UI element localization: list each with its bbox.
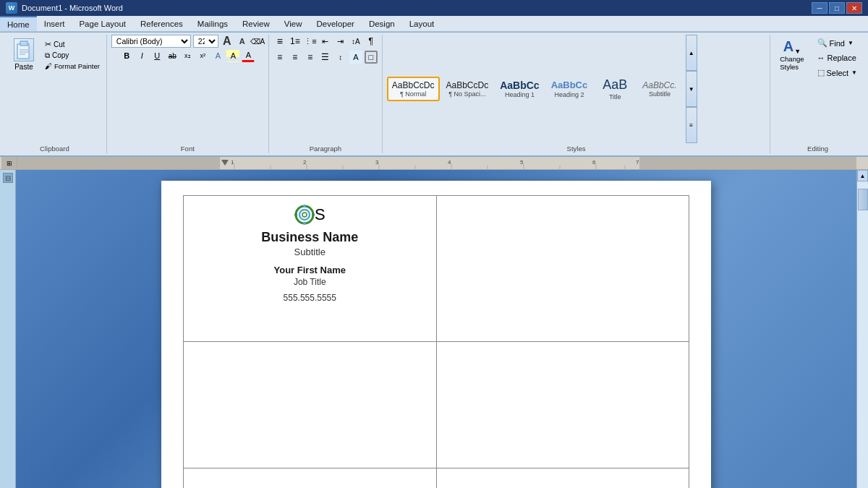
ribbon: Paste ✂ Cut ⧉ Copy 🖌 Format <box>0 32 868 157</box>
grow-font-button[interactable]: A <box>221 35 234 48</box>
find-button[interactable]: 🔍 Find ▼ <box>814 36 861 50</box>
card-cell-left-bottom[interactable] <box>184 468 437 488</box>
card-cell-right-middle[interactable] <box>436 341 689 468</box>
find-dropdown-icon: ▼ <box>848 40 854 46</box>
window-title: Document1 - Microsoft Word <box>22 4 812 12</box>
sidebar-left: ⊟ <box>0 170 16 488</box>
style-heading2-label: Heading 2 <box>554 91 584 98</box>
menu-page-layout[interactable]: Page Layout <box>72 16 133 31</box>
menu-bar: Home Insert Page Layout References Maili… <box>0 16 868 32</box>
menu-mailings[interactable]: Mailings <box>190 16 235 31</box>
close-button[interactable]: ✕ <box>846 2 862 14</box>
card-cell-left-middle[interactable] <box>184 341 437 468</box>
editing-group-label: Editing <box>807 143 828 153</box>
copy-button[interactable]: ⧉ Copy <box>43 51 102 61</box>
menu-view[interactable]: View <box>277 16 310 31</box>
vertical-scrollbar[interactable]: ▲ ▼ <box>856 170 868 488</box>
strikethrough-button[interactable]: ab <box>166 49 179 62</box>
numbering-button[interactable]: 1≡ <box>289 35 302 48</box>
superscript-button[interactable]: x² <box>196 49 209 62</box>
justify-button[interactable]: ☰ <box>319 51 332 64</box>
shading-button[interactable]: A <box>349 51 362 64</box>
format-painter-button[interactable]: 🖌 Format Painter <box>43 61 102 71</box>
card-cell-right-top[interactable] <box>436 196 689 342</box>
style-subtitle[interactable]: AaBbCc. Subtitle <box>637 77 681 101</box>
show-marks-button[interactable]: ¶ <box>365 35 378 48</box>
svg-text:3: 3 <box>375 159 379 166</box>
style-normal-preview: AaBbCcDc <box>392 80 435 90</box>
font-size-select[interactable]: 22 <box>193 35 218 48</box>
card-person-name: Your First Name <box>195 265 425 275</box>
style-heading1[interactable]: AaBbCc Heading 1 <box>495 76 544 103</box>
styles-scroll-down-button[interactable]: ▼ <box>686 71 697 107</box>
style-normal-label: ¶ Normal <box>400 90 426 98</box>
clipboard-small-buttons: ✂ Cut ⧉ Copy 🖌 Format Painter <box>43 39 102 71</box>
align-right-button[interactable]: ≡ <box>304 51 317 64</box>
clipboard-group: Paste ✂ Cut ⧉ Copy 🖌 Format <box>3 35 107 153</box>
card-cell-main[interactable]: S Business Name Subtitle Your First Name… <box>184 196 437 342</box>
styles-scroll-up-button[interactable]: ▲ <box>686 35 697 71</box>
clear-formatting-button[interactable]: ⌫A <box>251 35 264 48</box>
ruler-corner: ⊞ <box>1 157 17 169</box>
line-spacing-button[interactable]: ↕ <box>334 51 347 64</box>
menu-developer[interactable]: Developer <box>309 16 361 31</box>
style-normal[interactable]: AaBbCcDc ¶ Normal <box>387 77 440 101</box>
multilevel-list-button[interactable]: ⋮≡ <box>304 35 317 48</box>
style-no-spacing-preview: AaBbCcDc <box>446 80 489 90</box>
document-page[interactable]: S Business Name Subtitle Your First Name… <box>161 181 711 488</box>
subscript-button[interactable]: x₂ <box>181 49 194 62</box>
change-styles-button[interactable]: A ▼ ChangeStyles <box>775 35 809 74</box>
borders-button[interactable]: □ <box>365 51 378 64</box>
scroll-thumb[interactable] <box>858 189 868 210</box>
replace-icon: ↔ <box>817 53 825 62</box>
sort-button[interactable]: ↕A <box>349 35 362 48</box>
underline-button[interactable]: U <box>150 49 163 62</box>
svg-point-29 <box>299 210 310 220</box>
style-no-spacing[interactable]: AaBbCcDc ¶ No Spaci... <box>441 77 494 101</box>
card-row-3 <box>184 468 689 488</box>
increase-indent-button[interactable]: ⇥ <box>334 35 347 48</box>
decrease-indent-button[interactable]: ⇤ <box>319 35 332 48</box>
style-subtitle-preview: AaBbCc. <box>642 80 676 90</box>
clipboard-group-label: Clipboard <box>7 143 102 153</box>
scroll-track[interactable] <box>857 181 868 488</box>
font-family-select[interactable]: Calibri (Body) <box>111 35 191 48</box>
minimize-button[interactable]: ─ <box>812 2 827 14</box>
shrink-font-button[interactable]: A <box>236 35 249 48</box>
card-row-1: S Business Name Subtitle Your First Name… <box>184 196 689 342</box>
align-center-button[interactable]: ≡ <box>289 51 302 64</box>
main-area: ⊟ <box>0 170 868 488</box>
select-button[interactable]: ⬚ Select ▼ <box>814 66 861 80</box>
highlight-color-button[interactable]: A <box>226 49 239 62</box>
style-heading1-preview: AaBbCc <box>500 80 539 92</box>
paste-button[interactable]: Paste <box>7 35 41 74</box>
svg-rect-6 <box>220 157 639 170</box>
align-left-button[interactable]: ≡ <box>273 51 286 64</box>
scroll-up-button[interactable]: ▲ <box>857 170 868 181</box>
menu-layout[interactable]: Layout <box>402 16 442 31</box>
italic-button[interactable]: I <box>135 49 148 62</box>
view-ruler-button[interactable]: ⊟ <box>3 173 13 183</box>
style-title-preview: AaB <box>603 77 627 93</box>
menu-insert[interactable]: Insert <box>37 16 72 31</box>
cut-button[interactable]: ✂ Cut <box>43 39 102 50</box>
bullets-button[interactable]: ≡ <box>273 35 286 48</box>
replace-button[interactable]: ↔ Replace <box>814 51 861 64</box>
maximize-button[interactable]: □ <box>829 2 845 14</box>
menu-design[interactable]: Design <box>362 16 402 31</box>
ruler-marks: 1 2 3 4 5 6 7 <box>17 157 867 170</box>
bold-button[interactable]: B <box>120 49 133 62</box>
text-effects-button[interactable]: A <box>211 49 224 62</box>
menu-home[interactable]: Home <box>0 16 37 31</box>
title-bar: W Document1 - Microsoft Word ─ □ ✕ <box>0 0 868 16</box>
menu-references[interactable]: References <box>133 16 190 31</box>
search-icon: 🔍 <box>817 38 827 48</box>
font-color-button[interactable]: A <box>242 49 255 62</box>
styles-more-button[interactable]: ≡ <box>686 107 697 143</box>
menu-review[interactable]: Review <box>235 16 277 31</box>
svg-text:2: 2 <box>303 159 307 166</box>
svg-rect-7 <box>639 157 856 170</box>
card-cell-right-bottom[interactable] <box>436 468 689 488</box>
style-title[interactable]: AaB Title <box>594 74 636 104</box>
style-heading2[interactable]: AaBbCc Heading 2 <box>546 76 593 102</box>
